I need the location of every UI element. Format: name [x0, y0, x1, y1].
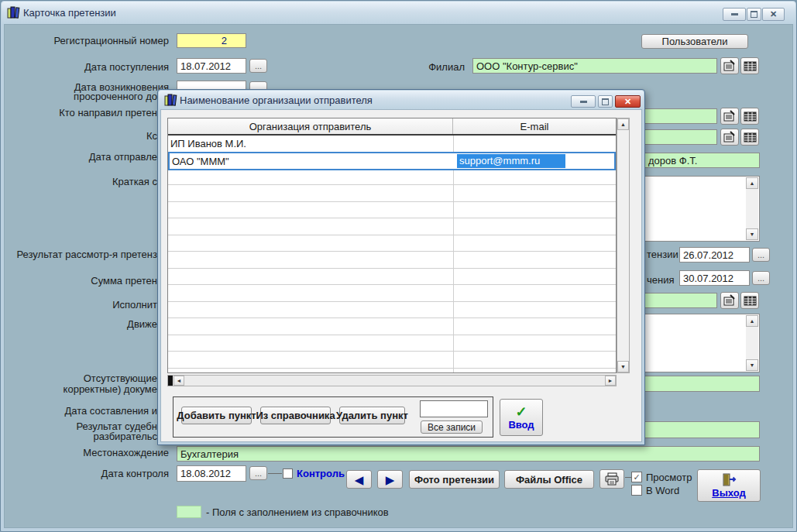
- control-date-picker-button[interactable]: ...: [249, 466, 267, 480]
- email-cell-selection[interactable]: support@mmm.ru: [457, 154, 565, 168]
- reg-number-field[interactable]: 2: [177, 33, 246, 48]
- missing-docs-label-line1: Отсутствующие: [84, 373, 157, 383]
- recipient-directory-button[interactable]: [720, 129, 739, 146]
- summary-scrollbar[interactable]: ▲ ▼: [746, 177, 758, 240]
- receipt-date-field[interactable]: 18.07.2012: [177, 58, 246, 74]
- legend-swatch: [177, 506, 201, 518]
- scrollbar-thumb[interactable]: [168, 376, 173, 386]
- office-files-button[interactable]: Файлы Office: [504, 470, 594, 489]
- sender-label: Кто направил претен: [59, 108, 157, 118]
- maximize-icon: [751, 11, 757, 18]
- control-checkbox-label: Контроль: [297, 469, 345, 479]
- control-date-field[interactable]: 18.08.2012: [177, 465, 246, 482]
- next-arrow-icon: ▶: [386, 474, 395, 486]
- table-vertical-scrollbar[interactable]: ▲ ▼: [617, 118, 630, 373]
- close-icon: ✕: [770, 9, 777, 19]
- scroll-up-icon[interactable]: ▲: [617, 118, 629, 130]
- branch-directory-button[interactable]: [720, 57, 739, 74]
- close-button[interactable]: ✕: [762, 8, 785, 21]
- filter-input[interactable]: [420, 400, 488, 417]
- prev-arrow-icon: ◀: [355, 474, 364, 486]
- all-records-button[interactable]: Все записи: [421, 420, 483, 434]
- check-icon: ✓: [633, 472, 640, 482]
- preview-checkbox-label: Просмотр: [646, 472, 692, 482]
- dialog-maximize-button[interactable]: [598, 95, 613, 108]
- notebook-pencil-icon: [723, 110, 736, 122]
- photo-button[interactable]: Фото претензии: [409, 470, 500, 489]
- recipient-label: Кс: [146, 131, 157, 141]
- control-checkbox[interactable]: [283, 469, 293, 479]
- review-date-picker-button[interactable]: ...: [752, 248, 770, 262]
- table-grid-icon: [744, 296, 757, 306]
- email-column-header[interactable]: E-mail: [453, 118, 616, 134]
- main-window-title: Карточка претензии: [23, 8, 116, 18]
- review-date-field[interactable]: 26.07.2012: [679, 247, 750, 263]
- maximize-button[interactable]: [747, 8, 761, 21]
- review-date-label: тензии: [647, 249, 678, 259]
- reg-number-label: Регистрационный номер: [53, 36, 169, 46]
- close-icon: ✕: [624, 97, 631, 107]
- table-grid-icon: [744, 61, 757, 71]
- movement-scrollbar[interactable]: ▲ ▼: [746, 315, 758, 371]
- prev-record-button[interactable]: ◀: [346, 470, 372, 489]
- executor-table-button[interactable]: [740, 292, 759, 309]
- delete-item-button[interactable]: Удалить пункт: [339, 407, 405, 424]
- next-record-button[interactable]: ▶: [377, 470, 403, 489]
- print-button[interactable]: [599, 469, 624, 489]
- check-icon: ✓: [515, 405, 527, 419]
- court-result-label-line2: разбирательс: [94, 431, 157, 441]
- sender-directory-button[interactable]: [720, 108, 739, 125]
- table-row[interactable]: ИП Иванов М.И.: [168, 136, 617, 153]
- add-item-button[interactable]: Добавить пункт: [181, 407, 252, 424]
- screen: Карточка претензии ✕ Регистрационный ном…: [0, 0, 797, 532]
- from-directory-button[interactable]: Из справочника: [260, 407, 331, 424]
- notebook-pencil-icon: [723, 60, 736, 72]
- receive-date-field[interactable]: 30.07.2012: [679, 270, 750, 286]
- scroll-up-icon[interactable]: ▲: [746, 315, 758, 327]
- executor-directory-button[interactable]: [720, 292, 739, 309]
- scroll-left-icon[interactable]: ◄: [173, 376, 184, 386]
- minimize-icon: [731, 13, 738, 15]
- dialog-close-button[interactable]: ✕: [615, 95, 641, 108]
- scroll-right-icon[interactable]: ►: [605, 376, 616, 386]
- review-result-label: Результат рассмотр-я претенз: [17, 249, 158, 259]
- table-row-selected[interactable]: ОАО "МММ" support@mmm.ru: [168, 152, 616, 170]
- print-connector-line: [625, 477, 631, 478]
- branch-field[interactable]: ООО "Контур-сервис": [472, 58, 717, 74]
- minimize-button[interactable]: [723, 8, 746, 21]
- missing-docs-label-line2: корректные) докуме: [64, 384, 157, 394]
- table-horizontal-scrollbar[interactable]: ◄ ►: [167, 375, 617, 386]
- word-checkbox[interactable]: [631, 485, 642, 496]
- scroll-up-icon[interactable]: ▲: [746, 177, 758, 189]
- receive-date-picker-button[interactable]: ...: [752, 271, 770, 285]
- dialog-minimize-button[interactable]: [571, 95, 596, 108]
- receive-date-label: чения: [647, 275, 674, 285]
- maximize-icon: [602, 98, 609, 105]
- org-column-header[interactable]: Организация отправитель: [168, 118, 453, 134]
- scroll-down-icon[interactable]: ▼: [617, 361, 629, 372]
- location-field[interactable]: Бухгалтерия: [177, 446, 760, 462]
- branch-table-button[interactable]: [740, 57, 759, 74]
- sender-org-dialog: Наименование организации отправителя ✕ О…: [157, 89, 645, 445]
- column-divider: [453, 136, 454, 372]
- app-books-icon: [7, 6, 21, 19]
- preview-checkbox[interactable]: ✓: [631, 472, 642, 482]
- exit-button[interactable]: Выход: [697, 469, 761, 502]
- enter-button-label: Ввод: [508, 419, 534, 431]
- org-cell: ИП Иванов М.И.: [170, 138, 246, 149]
- sender-table-button[interactable]: [740, 108, 759, 125]
- exit-button-label: Выход: [712, 487, 745, 499]
- email-cell-edit-area[interactable]: [565, 154, 608, 168]
- receipt-date-picker-button[interactable]: ...: [249, 59, 267, 73]
- receipt-date-label: Дата поступления: [84, 62, 169, 72]
- minimize-icon: [580, 101, 587, 103]
- recipient-table-button[interactable]: [740, 129, 759, 146]
- enter-button[interactable]: ✓ Ввод: [500, 399, 543, 436]
- users-button[interactable]: Пользователи: [641, 34, 748, 49]
- compose-date-label: Дата составления и: [64, 406, 157, 416]
- send-date-label: Дата отправле: [89, 152, 157, 162]
- scroll-down-icon[interactable]: ▼: [746, 228, 758, 240]
- main-titlebar[interactable]: [2, 2, 795, 24]
- table-grid-rows: [168, 136, 616, 373]
- scroll-down-icon[interactable]: ▼: [746, 359, 758, 371]
